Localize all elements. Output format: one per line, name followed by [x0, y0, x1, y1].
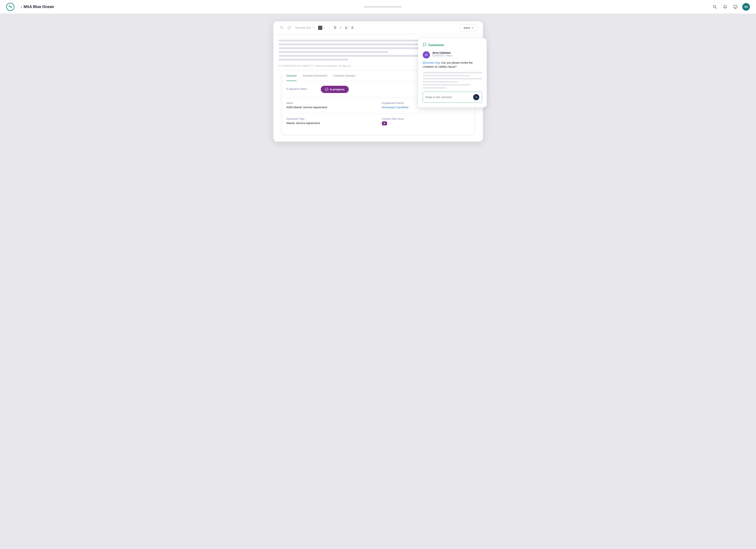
document-card: Normal text B / U S Save [273, 21, 483, 142]
app-logo [6, 3, 14, 11]
redo-button[interactable] [286, 25, 292, 31]
form-row-agreement: Agreement Type Master Service Agreement … [286, 117, 470, 125]
italic-button[interactable]: / [339, 25, 342, 30]
comment-mention: @Andrea Ong [423, 61, 440, 64]
comment-lines-placeholder [423, 72, 482, 89]
header-actions: SG [711, 3, 750, 11]
document-area: F.3 LIMITATION OF LIABILITY. General Lim… [273, 34, 483, 142]
text-style-label: Normal text [295, 26, 311, 30]
svg-line-2 [715, 7, 717, 9]
tab-contract-document[interactable]: Contract Document [303, 71, 327, 81]
e-signature-status-text: In-progress [330, 88, 345, 91]
underline-button[interactable]: U [344, 25, 348, 30]
monitor-icon [733, 5, 738, 9]
contract-risk-label: Contract Risk Score: [382, 117, 470, 120]
page-title: MSA Blue Ocean [24, 5, 54, 9]
display-button[interactable] [732, 3, 739, 10]
comments-title: Comments [428, 43, 444, 47]
doc-line [279, 51, 388, 53]
bell-icon [723, 5, 727, 9]
undo-button[interactable] [279, 25, 285, 31]
redo-icon [287, 26, 291, 30]
e-signature-status-badge: In-progress [321, 86, 349, 93]
comment-line [423, 75, 470, 76]
comment-line [423, 84, 470, 86]
save-button[interactable]: Save [460, 24, 477, 31]
contract-risk-badge: 6 [382, 121, 387, 125]
doc-line [279, 55, 428, 57]
comment-author-name: Jerry Colemen [432, 51, 453, 54]
doc-line [279, 59, 348, 61]
search-button[interactable] [711, 3, 718, 10]
status-check-icon [325, 88, 328, 91]
header-search-bar-placeholder [364, 6, 402, 8]
header-center [58, 6, 708, 8]
reply-send-button[interactable] [473, 94, 479, 100]
field-agreement-type: Agreement Type Master Service Agreement [286, 117, 374, 125]
color-picker-button[interactable] [318, 26, 325, 30]
tab-general[interactable]: General [286, 71, 297, 81]
notifications-button[interactable] [722, 3, 729, 10]
agreement-type-label: Agreement Type [286, 117, 374, 120]
tab-contract-clauses[interactable]: Contract Clauses [333, 71, 355, 81]
comment-body: @Andrea Ong, Can you please review the L… [423, 61, 482, 69]
chevron-down-icon-color [323, 27, 325, 29]
back-button[interactable]: ‹ MSA Blue Ocean [21, 5, 54, 9]
comment-author-info: Jerry Colemen 21/03/2024, 4:30pm [432, 51, 453, 57]
send-icon [475, 96, 478, 99]
comments-icon [423, 43, 427, 47]
chat-icon [423, 43, 427, 46]
comment-author-avatar: JC [423, 51, 430, 59]
doc-line [279, 43, 428, 45]
chevron-down-icon-save [471, 26, 474, 29]
undo-icon [280, 26, 284, 30]
name-value: ADM Master Service Agreement [286, 106, 374, 109]
text-style-selector[interactable]: Normal text [295, 26, 315, 30]
reply-input[interactable] [426, 96, 473, 99]
comments-header: Comments [423, 43, 482, 47]
field-contract-risk: Contract Risk Score: 6 [382, 117, 470, 125]
comment-line [423, 72, 482, 73]
main-content: Normal text B / U S Save [0, 14, 756, 549]
name-label: Name [286, 102, 374, 104]
bold-button[interactable]: B [333, 25, 337, 30]
editor-toolbar: Normal text B / U S Save [273, 21, 483, 34]
app-header: ‹ MSA Blue Ocean SG [0, 0, 756, 14]
comment-line [423, 87, 447, 89]
toolbar-divider [329, 26, 329, 30]
field-name: Name ADM Master Service Agreement [286, 102, 374, 109]
checkmark-icon [326, 88, 328, 90]
strikethrough-button[interactable]: S [350, 25, 354, 30]
format-buttons: B / U S [333, 25, 354, 30]
reply-input-row [423, 92, 482, 103]
search-icon [713, 5, 717, 9]
comment-author-row: JC Jerry Colemen 21/03/2024, 4:30pm [423, 51, 482, 59]
user-avatar[interactable]: SG [742, 3, 750, 11]
svg-rect-3 [734, 5, 737, 8]
agreement-type-value: Master Service Agreement [286, 121, 374, 125]
e-signature-label: E-Signature Status [286, 87, 313, 90]
history-buttons [279, 25, 292, 31]
separator-line-2 [286, 113, 470, 114]
comment-line [423, 81, 458, 83]
comments-panel: Comments JC Jerry Colemen 21/03/2024, 4:… [418, 38, 487, 107]
chevron-down-icon [312, 26, 315, 29]
comment-timestamp: 21/03/2024, 4:30pm [432, 54, 453, 57]
comment-line [423, 78, 482, 79]
save-label: Save [463, 26, 470, 29]
color-swatch [318, 26, 322, 30]
logo-area: ‹ MSA Blue Ocean [6, 3, 54, 11]
back-arrow-icon: ‹ [21, 5, 22, 9]
